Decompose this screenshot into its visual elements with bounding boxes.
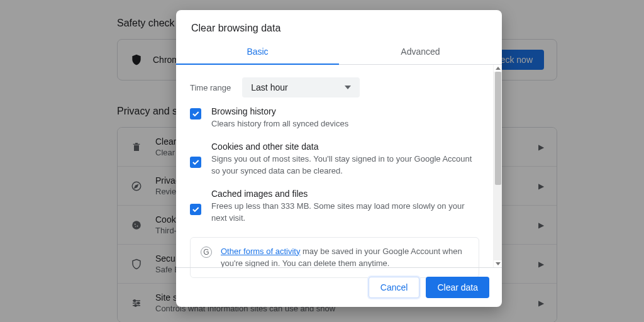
option-sub: Clears history from all synced devices <box>211 118 348 130</box>
dialog-title: Clear browsing data <box>176 10 502 38</box>
option-sub: Signs you out of most sites. You'll stay… <box>211 153 479 177</box>
time-range-label: Time range <box>190 83 231 92</box>
tab-basic[interactable]: Basic <box>176 38 339 64</box>
option-cookies: Cookies and other site dataSigns you out… <box>190 143 479 177</box>
option-title: Cached images and files <box>211 189 479 199</box>
clear-data-button[interactable]: Clear data <box>426 277 489 298</box>
checkbox-cache[interactable] <box>190 204 201 215</box>
scroll-thumb[interactable] <box>495 72 501 185</box>
dialog-footer: Cancel Clear data <box>176 268 502 307</box>
option-title: Cookies and other site data <box>211 142 479 152</box>
option-title: Browsing history <box>211 106 348 116</box>
option-sub: Frees up less than 333 MB. Some sites ma… <box>211 200 479 225</box>
dialog-scroll-area: Time range Last hour Browsing historyCle… <box>176 65 493 267</box>
checkbox-browsing-history[interactable] <box>190 108 201 119</box>
cancel-button[interactable]: Cancel <box>369 277 420 298</box>
clear-browsing-data-dialog: Clear browsing data Basic Advanced Time … <box>176 10 502 307</box>
checkbox-cookies[interactable] <box>190 157 201 168</box>
other-activity-link[interactable]: Other forms of activity <box>221 247 300 256</box>
dropdown-icon <box>345 86 351 89</box>
dialog-tabs: Basic Advanced <box>176 38 502 65</box>
scroll-up-icon[interactable] <box>496 67 501 70</box>
scrollbar[interactable] <box>493 65 502 267</box>
option-cache: Cached images and filesFrees up less tha… <box>190 190 479 225</box>
scroll-track[interactable] <box>494 72 502 260</box>
google-icon: G <box>201 247 212 258</box>
option-browsing-history: Browsing historyClears history from all … <box>190 108 479 130</box>
time-range-value: Last hour <box>251 82 287 92</box>
time-range-select[interactable]: Last hour <box>242 77 359 97</box>
tab-advanced[interactable]: Advanced <box>339 38 502 64</box>
scroll-down-icon[interactable] <box>496 262 501 265</box>
